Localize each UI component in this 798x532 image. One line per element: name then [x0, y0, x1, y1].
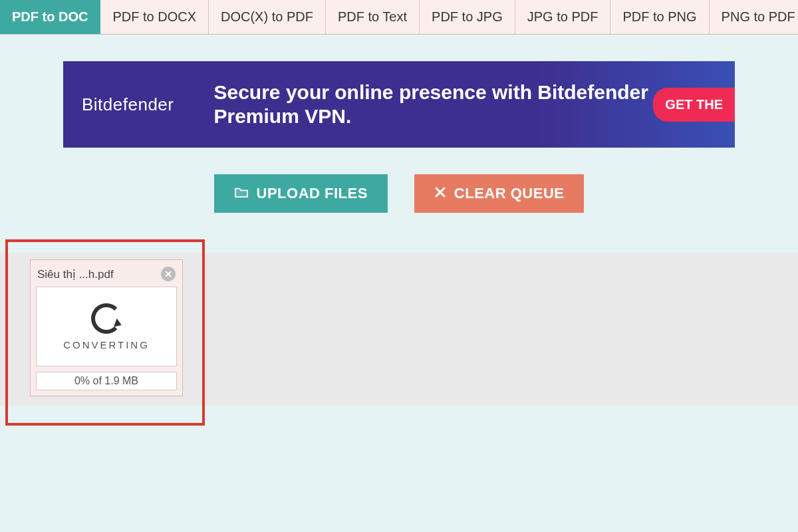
tab-pdf-to-text[interactable]: PDF to Text — [326, 0, 420, 34]
tab-pdf-to-jpg[interactable]: PDF to JPG — [420, 0, 515, 34]
ad-banner-wrap: Bitdefender Secure your online presence … — [0, 35, 798, 168]
tab-docx-to-pdf[interactable]: DOC(X) to PDF — [209, 0, 326, 34]
conversion-tabs: PDF to DOC PDF to DOCX DOC(X) to PDF PDF… — [0, 0, 798, 35]
file-card-header: Siêu thị ...h.pdf — [36, 265, 177, 287]
action-bar: UPLOAD FILES CLEAR QUEUE — [0, 168, 798, 233]
ad-brand: Bitdefender — [82, 94, 174, 115]
spinner-icon — [91, 303, 122, 334]
remove-file-button[interactable] — [161, 267, 176, 281]
upload-files-button[interactable]: UPLOAD FILES — [214, 174, 388, 213]
file-status-panel: CONVERTING — [36, 287, 177, 366]
folder-open-icon — [234, 185, 249, 202]
file-status-label: CONVERTING — [63, 339, 150, 350]
file-card: Siêu thị ...h.pdf CONVERTING 0% of 1.9 M… — [30, 259, 183, 396]
close-icon — [165, 271, 172, 277]
clear-queue-button[interactable]: CLEAR QUEUE — [414, 174, 585, 213]
upload-label: UPLOAD FILES — [257, 185, 368, 202]
tab-jpg-to-pdf[interactable]: JPG to PDF — [515, 0, 611, 34]
file-name: Siêu thị ...h.pdf — [37, 267, 114, 281]
file-queue: Siêu thị ...h.pdf CONVERTING 0% of 1.9 M… — [0, 233, 798, 396]
tab-pdf-to-doc[interactable]: PDF to DOC — [0, 0, 100, 34]
tab-png-to-pdf[interactable]: PNG to PDF — [710, 0, 798, 34]
ad-banner[interactable]: Bitdefender Secure your online presence … — [63, 61, 735, 148]
clear-label: CLEAR QUEUE — [454, 185, 565, 202]
tab-pdf-to-docx[interactable]: PDF to DOCX — [100, 0, 209, 34]
ad-cta-button[interactable]: GET THE — [653, 88, 735, 122]
ad-headline: Secure your online presence with Bitdefe… — [213, 80, 653, 128]
file-progress: 0% of 1.9 MB — [36, 372, 177, 390]
close-icon — [434, 185, 446, 202]
tab-pdf-to-png[interactable]: PDF to PNG — [610, 0, 709, 34]
